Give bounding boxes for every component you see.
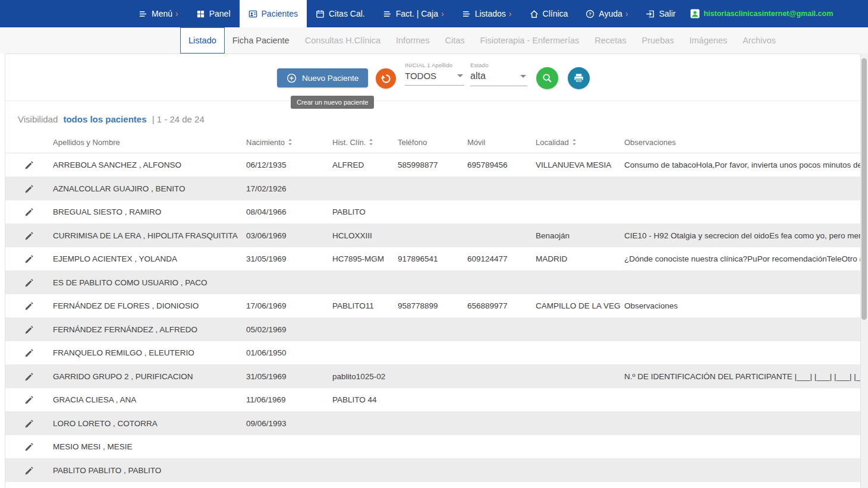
edit-row-button[interactable]: [24, 278, 34, 288]
edit-row-button[interactable]: [24, 231, 34, 241]
column-header-observaciones: Observaciones: [624, 138, 863, 147]
cell-observaciones: Consumo de tabacoHola,Por favor, inviert…: [624, 160, 863, 169]
nav-item-listados[interactable]: Listados›: [453, 0, 521, 27]
column-header-name: Apellidos y Nombre: [53, 138, 246, 147]
nav-item-label: Fact. | Caja: [396, 9, 438, 18]
chevron-right-icon: ›: [625, 9, 628, 18]
print-button[interactable]: [568, 67, 590, 89]
printer-icon: [573, 73, 584, 84]
cell-hist: pablito1025-02: [332, 372, 398, 381]
estado-select[interactable]: Estado alta: [470, 62, 527, 86]
pencil-icon: [24, 207, 34, 217]
column-header-label: Localidad: [536, 138, 569, 147]
tab-citas: Citas: [437, 27, 472, 53]
cell-telefono: 917896541: [398, 254, 467, 263]
cell-edit: [5, 465, 53, 476]
cell-nacimiento: 09/06/1993: [246, 419, 332, 428]
cell-name: ES DE PABLITO COMO USUARIO , PACO: [53, 278, 246, 287]
column-header-label: Hist. Clín.: [332, 138, 366, 147]
edit-row-button[interactable]: [24, 160, 34, 170]
inicial-select[interactable]: INICIAL 1 Apellido TODOS: [405, 62, 464, 86]
content-panel: Nuevo Paciente INICIAL 1 Apellido TODOS …: [5, 53, 863, 488]
user-avatar-icon: [690, 9, 700, 18]
edit-row-button[interactable]: [24, 395, 34, 405]
column-header-label: Teléfono: [398, 138, 427, 147]
table-row: EJEMPLO ACIENTEX , YOLANDA31/05/1969HC78…: [5, 247, 863, 271]
refresh-button[interactable]: [376, 68, 396, 89]
table-row: BREGUAL SIESTO , RAMIRO08/04/1966PABLITO: [5, 200, 863, 224]
edit-row-button[interactable]: [24, 371, 34, 382]
edit-row-button[interactable]: [24, 207, 34, 217]
pencil-icon: [24, 348, 34, 358]
edit-row-button[interactable]: [24, 254, 34, 264]
nav-item-fact-caja[interactable]: Fact. | Caja›: [374, 0, 453, 27]
user-account-button[interactable]: historiasclinicasinternet@gmail.com: [690, 0, 833, 27]
sort-arrows-icon: [572, 138, 577, 146]
cell-hist: ALFRED: [332, 160, 398, 169]
nav-item-clinica[interactable]: Clínica: [521, 0, 577, 27]
table-row: MESIO MESI , MESIE: [5, 435, 863, 459]
edit-row-button[interactable]: [24, 442, 34, 452]
cell-edit: [5, 348, 53, 358]
inicial-select-label: INICIAL 1 Apellido: [405, 62, 464, 68]
cell-movil: 656889977: [467, 301, 536, 310]
pencil-icon: [24, 325, 34, 335]
cell-name: FERNÁNDEZ DE FLORES , DIONIOSIO: [53, 301, 246, 310]
cell-edit: [5, 160, 53, 170]
cell-nacimiento: 05/02/1969: [246, 325, 332, 334]
cell-nacimiento: 06/12/1935: [246, 160, 332, 169]
edit-row-button[interactable]: [24, 325, 34, 335]
cell-name: FERNÁNDEZ FERNÁNDEZ , ALFREDO: [53, 325, 246, 334]
cell-nacimiento: 17/02/1926: [246, 184, 332, 193]
nav-item-panel[interactable]: Panel: [187, 0, 240, 27]
edit-row-button[interactable]: [24, 418, 34, 429]
subnav-tabs: ListadoFicha PacienteConsultas H.Clínica…: [180, 27, 784, 53]
table-body: ARREBOLA SANCHEZ , ALFONSO06/12/1935ALFR…: [5, 153, 863, 482]
pencil-icon: [24, 395, 34, 405]
nav-item-salir[interactable]: Salir: [637, 0, 684, 27]
cell-name: EJEMPLO ACIENTEX , YOLANDA: [53, 254, 246, 263]
nav-item-label: Salir: [659, 9, 675, 18]
tab-listado[interactable]: Listado: [180, 27, 225, 53]
cell-edit: [5, 418, 53, 429]
column-header-telefono: Teléfono: [398, 138, 467, 147]
cell-edit: [5, 231, 53, 241]
search-button[interactable]: [536, 67, 558, 89]
cell-name: FRANQUELO REMILGO , ELEUTERIO: [53, 348, 246, 357]
column-header-nacimiento[interactable]: Nacimiento: [246, 138, 332, 147]
sort-arrows-icon: [369, 138, 373, 146]
cell-name: CURRIMISA DE LA ERA , HIPOLITA FRASQUITI…: [53, 231, 246, 240]
menu-icon: [139, 10, 147, 18]
edit-row-button[interactable]: [24, 301, 34, 311]
table-row: ARREBOLA SANCHEZ , ALFONSO06/12/1935ALFR…: [5, 153, 863, 177]
cell-nacimiento: 17/06/1969: [246, 301, 332, 310]
tab-ficha-paciente[interactable]: Ficha Paciente: [225, 27, 297, 53]
table-row: PABLITO PABLITO , PABLITO: [5, 459, 863, 482]
visibility-filter-link[interactable]: todos los pacientes: [63, 114, 146, 124]
table-row: FRANQUELO REMILGO , ELEUTERIO01/06/1950: [5, 341, 863, 365]
cell-localidad: CAMPILLO DE LA VEG: [536, 301, 624, 310]
nav-item-ayuda[interactable]: ?Ayuda›: [577, 0, 637, 27]
nav-item-citas-cal[interactable]: Citas Cal.: [307, 0, 374, 27]
toolbar: Nuevo Paciente INICIAL 1 Apellido TODOS …: [5, 54, 863, 101]
edit-row-button[interactable]: [24, 184, 34, 194]
exit-icon: [646, 10, 655, 18]
cell-edit: [5, 371, 53, 382]
table-row: LORO LORETO , COTORRA09/06/1993: [5, 412, 863, 435]
cell-edit: [5, 184, 53, 194]
calendar-icon: [316, 10, 325, 18]
panel-icon: [196, 10, 205, 18]
edit-row-button[interactable]: [24, 465, 34, 476]
scrollbar-thumb[interactable]: [861, 58, 867, 320]
vertical-scrollbar[interactable]: [860, 53, 868, 488]
cell-name: LORO LORETO , COTORRA: [53, 419, 246, 428]
nav-item-menu[interactable]: Menú›: [130, 0, 187, 27]
subnav: ListadoFicha PacienteConsultas H.Clínica…: [0, 27, 868, 53]
edit-row-button[interactable]: [24, 348, 34, 358]
nav-item-pacientes[interactable]: Pacientes: [240, 0, 307, 27]
cell-hist: PABLITO: [332, 207, 398, 216]
column-header-hist[interactable]: Hist. Clín.: [332, 138, 398, 147]
column-header-localidad[interactable]: Localidad: [536, 138, 624, 147]
new-patient-button[interactable]: Nuevo Paciente: [277, 68, 368, 87]
nav-item-label: Ayuda: [599, 9, 622, 18]
